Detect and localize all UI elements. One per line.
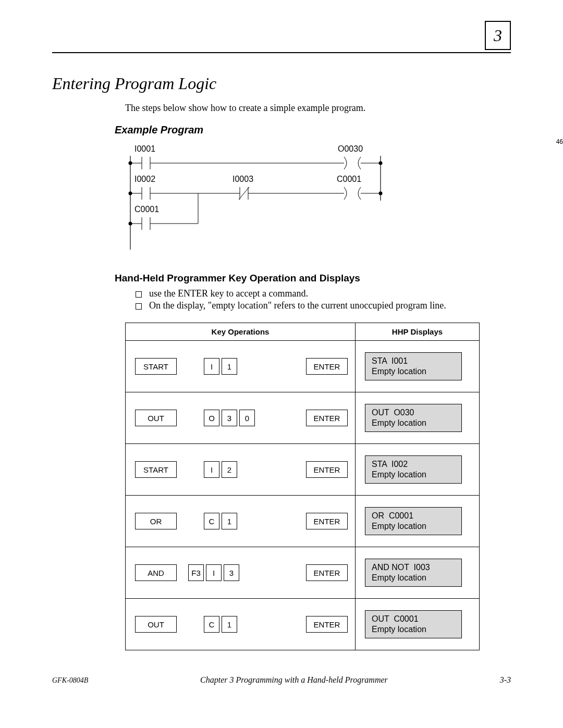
cell-keyops: STARTI1ENTER — [126, 341, 356, 392]
table-row: ANDF3I3ENTERAND NOT I003Empty location — [126, 547, 480, 599]
chapter-number-box: 3 — [485, 21, 511, 50]
key-c: C — [204, 513, 219, 529]
bullet-text: On the display, "empty location" refers … — [149, 300, 446, 311]
bullet-marker — [136, 303, 142, 310]
cell-keyops: ANDF3I3ENTER — [126, 547, 356, 599]
cell-display: STA I002Empty location — [356, 444, 480, 496]
svg-point-19 — [379, 192, 383, 195]
display-line2: Empty location — [372, 624, 455, 635]
intro-text: The steps below show how to create a sim… — [125, 103, 511, 114]
key-1: 1 — [222, 358, 237, 375]
footer-pagenum: 3-3 — [500, 675, 511, 685]
svg-line-16 — [239, 187, 249, 200]
key-i: I — [206, 564, 222, 581]
key-0: 0 — [239, 410, 255, 426]
cell-display: STA I001Empty location — [356, 341, 480, 392]
hhp-display: OUT O030Empty location — [365, 404, 462, 432]
hhp-display: AND NOT I003Empty location — [365, 559, 462, 587]
key-2: 2 — [222, 461, 237, 478]
display-line1: OR C0001 — [372, 511, 455, 521]
hhp-display: OUT C0001Empty location — [365, 610, 462, 638]
key-enter: ENTER — [306, 461, 348, 478]
ladder-label-c0001-contact: C0001 — [134, 205, 159, 214]
key-out: OUT — [135, 616, 177, 633]
key-i: I — [204, 358, 219, 375]
cell-display: OUT C0001Empty location — [356, 599, 480, 650]
key-i: I — [204, 461, 219, 478]
cell-display: OUT O030Empty location — [356, 392, 480, 444]
key-1: 1 — [222, 616, 237, 633]
key-and: AND — [135, 564, 177, 581]
display-line2: Empty location — [372, 470, 455, 480]
key-or: OR — [135, 513, 177, 529]
key-enter: ENTER — [306, 513, 348, 529]
display-line1: AND NOT I003 — [372, 562, 455, 573]
table-row: STARTI2ENTERSTA I002Empty location — [126, 444, 480, 496]
key-enter: ENTER — [306, 564, 348, 581]
svg-point-8 — [379, 162, 383, 165]
header-keyops: Key Operations — [126, 323, 356, 341]
sub-heading: Hand-Held Programmer Key Operation and D… — [115, 273, 511, 284]
key-c: C — [204, 616, 219, 633]
display-line2: Empty location — [372, 418, 455, 428]
key-enter: ENTER — [306, 410, 348, 426]
bullet-item: use the ENTER key to accept a command. — [136, 288, 511, 299]
key-1: 1 — [222, 513, 237, 529]
cell-keyops: ORC1ENTER — [126, 496, 356, 547]
key-3: 3 — [222, 410, 237, 426]
table-row: ORC1ENTEROR C0001Empty location — [126, 496, 480, 547]
table-row: OUTO30ENTEROUT O030Empty location — [126, 392, 480, 444]
display-line2: Empty location — [372, 573, 455, 583]
ladder-label-i0003: I0003 — [232, 175, 253, 183]
ladder-svg: I0001 O0030 I0002 I0003 C000 — [125, 140, 386, 255]
chapter-number: 3 — [494, 26, 502, 45]
bullet-item: On the display, "empty location" refers … — [136, 300, 511, 311]
header-rule — [52, 52, 511, 53]
table-row: OUTC1ENTEROUT C0001Empty location — [126, 599, 480, 650]
page-footer: GFK-0804B Chapter 3 Programming with a H… — [52, 675, 511, 685]
key-3: 3 — [224, 564, 239, 581]
hhp-display: OR C0001Empty location — [365, 507, 462, 535]
key-operations-table: Key Operations HHP Displays STARTI1ENTER… — [125, 323, 480, 650]
header-disp: HHP Displays — [356, 323, 480, 341]
table-row: STARTI1ENTERSTA I001Empty location — [126, 341, 480, 392]
key-enter: ENTER — [306, 616, 348, 633]
display-line1: STA I002 — [372, 459, 455, 470]
key-enter: ENTER — [306, 358, 348, 375]
key-f3: F3 — [188, 564, 204, 581]
example-heading: Example Program — [115, 124, 511, 136]
display-line2: Empty location — [372, 366, 455, 377]
ladder-label-o0030: O0030 — [338, 144, 363, 153]
cell-display: OR C0001Empty location — [356, 496, 480, 547]
cell-keyops: STARTI2ENTER — [126, 444, 356, 496]
key-start: START — [135, 461, 177, 478]
hhp-display: STA I001Empty location — [365, 352, 462, 380]
footer-docid: GFK-0804B — [52, 676, 88, 685]
cell-display: AND NOT I003Empty location — [356, 547, 480, 599]
display-line1: OUT C0001 — [372, 614, 455, 624]
cell-keyops: OUTC1ENTER — [126, 599, 356, 650]
display-line2: Empty location — [372, 521, 455, 532]
figure-number: 46011 — [556, 138, 563, 145]
display-line1: OUT O030 — [372, 408, 455, 418]
hhp-display: STA I002Empty location — [365, 455, 462, 484]
bullet-text: use the ENTER key to accept a command. — [149, 288, 308, 299]
footer-chapter: Chapter 3 Programming with a Hand-held P… — [200, 675, 388, 685]
display-line1: STA I001 — [372, 356, 455, 366]
ladder-diagram: 46011 I0001 O0030 I0 — [125, 140, 511, 257]
ladder-label-i0001: I0001 — [134, 144, 155, 153]
ladder-label-i0002: I0002 — [134, 175, 155, 183]
key-o: O — [204, 410, 219, 426]
key-out: OUT — [135, 410, 177, 426]
bullet-list: use the ENTER key to accept a command. O… — [136, 288, 511, 311]
cell-keyops: OUTO30ENTER — [126, 392, 356, 444]
section-title: Entering Program Logic — [52, 74, 511, 93]
bullet-marker — [136, 291, 142, 298]
key-start: START — [135, 358, 177, 375]
ladder-label-c0001-coil: C0001 — [337, 175, 361, 183]
